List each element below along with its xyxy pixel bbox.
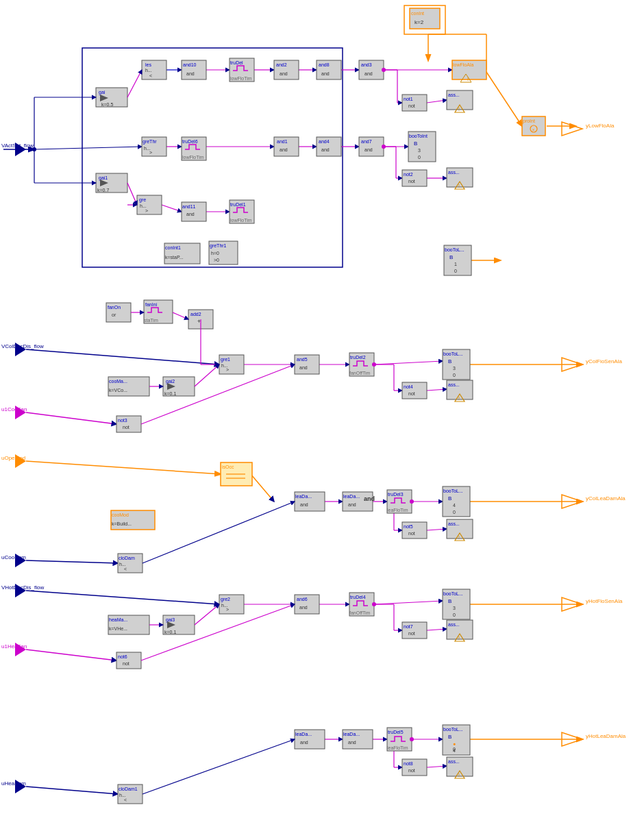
svg-text:3: 3	[453, 606, 456, 610]
svg-text:1: 1	[454, 262, 457, 267]
svg-text:leaDa...: leaDa...	[295, 732, 312, 737]
svg-text:truDel6: truDel6	[182, 139, 198, 144]
svg-text:fanOffTim: fanOffTim	[349, 610, 371, 615]
svg-text:<: <	[124, 567, 127, 571]
svg-line-65	[26, 591, 219, 604]
svg-text:lowFloAla: lowFloAla	[453, 62, 473, 67]
diagram-svg: VActSet_flow VColDucDis_f	[0, 0, 644, 816]
svg-text:not3: not3	[118, 418, 127, 423]
svg-text:gre2: gre2	[221, 597, 230, 602]
svg-text:add2: add2	[190, 312, 201, 317]
svg-text:isOcc: isOcc	[222, 465, 234, 469]
svg-text:<: <	[124, 798, 127, 802]
svg-text:truDel2: truDel2	[350, 355, 366, 360]
svg-text:and: and	[321, 147, 330, 152]
svg-text:and7: and7	[361, 139, 372, 144]
svg-text:yHotFloSenAla: yHotFloSenAla	[586, 598, 623, 604]
svg-point-329	[372, 602, 376, 606]
svg-text:!: !	[458, 773, 460, 778]
svg-text:not: not	[408, 631, 415, 636]
svg-line-76	[26, 650, 116, 660]
svg-text:and6: and6	[297, 597, 308, 602]
svg-text:h...: h...	[140, 203, 147, 208]
svg-text:not6: not6	[118, 654, 127, 659]
svg-text:!: !	[458, 107, 460, 112]
svg-line-50	[26, 461, 221, 474]
svg-text:>: >	[226, 607, 229, 612]
svg-text:truDel: truDel	[230, 60, 243, 65]
svg-text:>: >	[145, 208, 148, 213]
svg-text:k=0.1: k=0.1	[164, 391, 176, 396]
svg-text:ass...: ass...	[448, 622, 460, 627]
svg-text:lowFloTim: lowFloTim	[182, 155, 204, 160]
svg-text:u1CooFan: u1CooFan	[1, 406, 27, 412]
svg-text:heaMa...: heaMa...	[109, 617, 127, 622]
svg-text:k=0.7: k=0.7	[97, 188, 109, 193]
svg-text:fanOn: fanOn	[108, 305, 121, 310]
svg-text:and: and	[299, 365, 308, 370]
svg-line-342	[195, 364, 219, 386]
svg-text:k=VCo...: k=VCo...	[109, 388, 127, 393]
svg-text:x: x	[532, 127, 534, 132]
svg-text:0: 0	[453, 747, 456, 752]
svg-line-19	[427, 100, 447, 103]
svg-text:not: not	[408, 103, 415, 108]
svg-text:B: B	[449, 254, 453, 260]
svg-line-51	[251, 474, 274, 502]
svg-text:>: >	[149, 150, 152, 155]
svg-point-325	[382, 68, 386, 72]
svg-text:not: not	[408, 531, 415, 536]
svg-line-73	[427, 629, 447, 630]
svg-text:and: and	[348, 502, 356, 507]
svg-text:h=0: h=0	[211, 251, 219, 256]
svg-text:ass...: ass...	[448, 170, 460, 175]
svg-text:leaDa...: leaDa...	[295, 494, 312, 499]
svg-text:not: not	[408, 768, 415, 773]
svg-line-335	[127, 70, 142, 97]
svg-text:leaDa...: leaDa...	[343, 494, 360, 499]
svg-text:proInt: proInt	[523, 119, 535, 124]
svg-text:and8: and8	[319, 62, 330, 67]
svg-text:yColFioSenAla: yColFioSenAla	[586, 358, 622, 364]
svg-text:truDel4: truDel4	[350, 595, 366, 599]
svg-text:B: B	[448, 495, 451, 502]
svg-text:VHotDucDis_flow: VHotDucDis_flow	[1, 584, 44, 591]
svg-text:k=staP...: k=staP...	[165, 255, 184, 260]
svg-text:not2: not2	[404, 172, 413, 177]
svg-text:cloDam: cloDam	[119, 556, 135, 560]
svg-line-11	[485, 70, 522, 126]
svg-text:0: 0	[454, 269, 457, 273]
svg-text:u1HeaFan: u1HeaFan	[1, 643, 27, 650]
svg-text:not: not	[408, 179, 415, 184]
svg-text:and: and	[348, 740, 356, 745]
svg-text:3: 3	[418, 148, 421, 153]
svg-line-20	[34, 147, 142, 149]
svg-text:lowFloTim: lowFloTim	[230, 218, 252, 223]
svg-text:booToL...: booToL...	[443, 591, 463, 596]
svg-text:cooMa...: cooMa...	[109, 379, 127, 384]
svg-text:booToInt: booToInt	[409, 134, 428, 138]
svg-text:lowFloTim: lowFloTim	[230, 76, 252, 81]
svg-text:not8: not8	[404, 761, 413, 766]
svg-text:ass...: ass...	[448, 382, 460, 387]
svg-text:leaDa...: leaDa...	[343, 732, 360, 737]
svg-text:!: !	[458, 535, 460, 540]
svg-text:gre1: gre1	[221, 357, 230, 362]
svg-line-84	[427, 766, 447, 767]
svg-text:leaFloTim: leaFloTim	[387, 745, 408, 750]
svg-line-44	[427, 389, 447, 391]
svg-text:0: 0	[453, 613, 456, 617]
svg-text:B: B	[448, 734, 451, 740]
svg-rect-0	[82, 48, 343, 267]
svg-line-336	[127, 183, 137, 205]
svg-text:!: !	[458, 396, 460, 401]
svg-text:yHotLeaDamAla: yHotLeaDamAla	[586, 733, 626, 739]
svg-text:>: >	[226, 367, 229, 372]
svg-text:staTim: staTim	[144, 318, 158, 323]
svg-text:conInt: conInt	[411, 11, 424, 16]
svg-text:VActSet_flow: VActSet_flow	[1, 143, 34, 149]
svg-text:and: and	[280, 71, 288, 76]
svg-text:h...: h...	[145, 68, 152, 73]
svg-text:not4: not4	[404, 384, 413, 389]
svg-text:k=2: k=2	[414, 19, 424, 25]
